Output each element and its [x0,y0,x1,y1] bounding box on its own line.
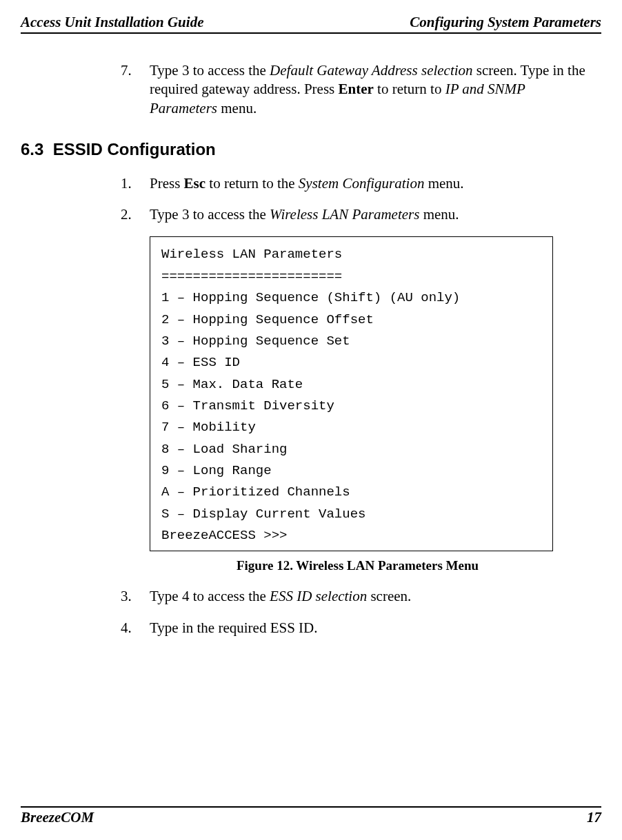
code-line: 2 – Hopping Sequence Offset [161,309,541,331]
step-2: 2. Type 3 to access the Wireless LAN Par… [121,205,594,224]
step-text: Press Esc to return to the System Config… [150,174,594,193]
body: 7. Type 3 to access the Default Gateway … [121,61,594,118]
step-number: 4. [121,619,150,637]
step-text: Type 3 to access the Wireless LAN Parame… [150,205,594,224]
step-text: Type 3 to access the Default Gateway Add… [150,61,594,118]
code-line: 6 – Transmit Diversity [161,396,541,417]
section-body: 1. Press Esc to return to the System Con… [121,174,594,637]
step-1: 1. Press Esc to return to the System Con… [121,174,594,193]
page-header: Access Unit Installation Guide Configuri… [21,14,601,34]
code-line: BreezeACCESS >>> [161,525,541,546]
section-number: 6.3 [21,140,43,158]
step-number: 7. [121,61,150,118]
header-right: Configuring System Parameters [410,14,601,31]
footer-page-number: 17 [587,809,601,826]
figure-caption: Figure 12. Wireless LAN Parameters Menu [121,558,594,573]
step-text: Type 4 to access the ESS ID selection sc… [150,587,594,606]
section-heading: 6.3 ESSID Configuration [21,140,601,159]
page-footer: BreezeCOM 17 [21,806,601,826]
code-line: 4 – ESS ID [161,352,541,373]
code-line: S – Display Current Values [161,504,541,525]
code-line: 8 – Load Sharing [161,439,541,460]
step-number: 1. [121,174,150,193]
code-line: 5 – Max. Data Rate [161,374,541,396]
code-line: 9 – Long Range [161,460,541,482]
step-text: Type in the required ESS ID. [150,619,594,637]
header-left: Access Unit Installation Guide [21,14,203,31]
code-line: ======================= [161,266,541,287]
code-line: Wireless LAN Parameters [161,244,541,265]
code-line: 1 – Hopping Sequence (Shift) (AU only) [161,287,541,309]
code-line: 7 – Mobility [161,417,541,438]
step-4: 4. Type in the required ESS ID. [121,619,594,637]
step-7: 7. Type 3 to access the Default Gateway … [121,61,594,118]
code-line: A – Prioritized Channels [161,482,541,503]
step-3: 3. Type 4 to access the ESS ID selection… [121,587,594,606]
footer-left: BreezeCOM [21,809,94,826]
code-line: 3 – Hopping Sequence Set [161,331,541,352]
step-number: 2. [121,205,150,224]
step-number: 3. [121,587,150,606]
code-block: Wireless LAN Parameters ================… [150,236,553,551]
section-title: ESSID Configuration [53,140,216,158]
